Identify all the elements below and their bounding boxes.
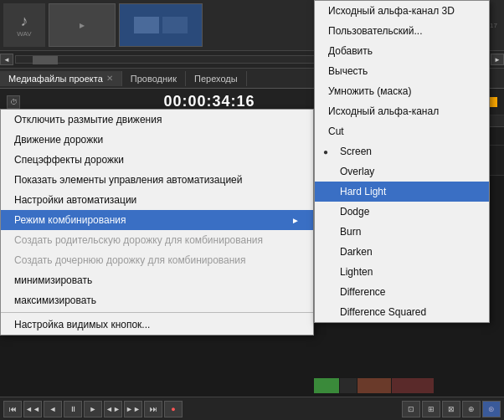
btn-snap[interactable]: ⊡ [402, 401, 420, 417]
btn-rewind[interactable]: ◄ [44, 401, 62, 417]
submenu-item-overlay[interactable]: Overlay [315, 161, 489, 182]
btn-zoom-out[interactable]: ⊠ [442, 401, 460, 417]
scroll-right-btn[interactable]: ► [491, 54, 504, 65]
tab-close-icon[interactable]: ✕ [106, 74, 113, 83]
submenu-item-cut[interactable]: Cut [315, 121, 489, 141]
btn-pause[interactable]: ⏸ [64, 401, 82, 417]
bottom-strip-area [0, 378, 504, 395]
submenu-item-custom[interactable]: Пользовательский... [315, 21, 489, 41]
strip-brown [357, 378, 391, 393]
scroll-left-btn[interactable]: ◄ [0, 54, 13, 65]
btn-play-loop[interactable]: ◄► [104, 401, 122, 417]
menu-item-track-effects[interactable]: Спецэффекты дорожки [1, 150, 313, 170]
submenu-item-difference-squared[interactable]: Difference Squared [315, 302, 489, 322]
submenu-item-source-alpha[interactable]: Исходный альфа-канал [315, 101, 489, 121]
submenu-item-add[interactable]: Добавить [315, 41, 489, 61]
btn-go-start[interactable]: ⏮ [3, 401, 22, 417]
submenu-arrow: ► [291, 216, 300, 225]
submenu-item-lighten[interactable]: Lighten [315, 262, 489, 282]
menu-item-create-parent[interactable]: Создать родительскую дорожку для комбини… [1, 230, 313, 250]
video-thumbnail-1: ▶ [49, 3, 116, 47]
menu-item-minimize[interactable]: минимизировать [1, 270, 313, 290]
context-menu-left: Отключить размытие движения Движение дор… [0, 109, 314, 335]
strip-dark [340, 378, 357, 393]
btn-go-end[interactable]: ⏭ [144, 401, 162, 417]
timecode-icon[interactable]: ⏱ [7, 95, 20, 109]
btn-ffwd[interactable]: ►► [124, 401, 142, 417]
btn-play[interactable]: ► [84, 401, 102, 417]
menu-item-create-child[interactable]: Создать дочернюю дорожку для комбинирова… [1, 250, 313, 270]
submenu-item-screen[interactable]: Screen [315, 141, 489, 161]
wav-thumbnail: ♪ WAV [3, 3, 45, 47]
menu-item-button-settings[interactable]: Настройка видимых кнопок... [1, 315, 313, 335]
menu-item-disable-blur[interactable]: Отключить размытие движения [1, 110, 313, 130]
video-thumbnail-2 [119, 3, 203, 47]
submenu-item-hard-light[interactable]: Hard Light [315, 182, 489, 202]
menu-item-maximize[interactable]: максимизировать [1, 290, 313, 310]
menu-item-track-motion[interactable]: Движение дорожки [1, 130, 313, 150]
submenu-item-burn[interactable]: Burn [315, 222, 489, 242]
bottom-toolbar: ⏮ ◄◄ ◄ ⏸ ► ◄► ►► ⏭ ● ⊡ ⊞ ⊠ ⊕ ⊛ [0, 397, 504, 420]
btn-record[interactable]: ● [164, 401, 183, 417]
submenu-item-multiply[interactable]: Умножить (маска) [315, 81, 489, 101]
submenu-item-darken[interactable]: Darken [315, 242, 489, 262]
strip-green [314, 378, 339, 393]
btn-zoom-fit[interactable]: ⊞ [422, 401, 440, 417]
submenu-item-source-alpha-3d[interactable]: Исходный альфа-канал 3D [315, 1, 489, 21]
tab-explorer[interactable]: Проводник [122, 71, 186, 86]
submenu-item-dodge[interactable]: Dodge [315, 202, 489, 222]
submenu-item-subtract[interactable]: Вычесть [315, 61, 489, 81]
btn-special[interactable]: ⊛ [482, 401, 501, 417]
tab-transitions[interactable]: Переходы [186, 71, 247, 86]
btn-rewind-fast[interactable]: ◄◄ [23, 401, 42, 417]
menu-item-blend-mode[interactable]: Режим комбинирования ► [1, 210, 313, 230]
strip-darkred [392, 378, 434, 393]
context-menu-right: Исходный альфа-канал 3D Пользовательский… [314, 0, 490, 323]
menu-item-show-automation[interactable]: Показать элементы управления автоматизац… [1, 170, 313, 190]
btn-zoom-in[interactable]: ⊕ [462, 401, 481, 417]
tab-media-files[interactable]: Медиафайлы проекта ✕ [0, 71, 122, 86]
menu-item-automation-settings[interactable]: Настройки автоматизации [1, 190, 313, 210]
menu-separator [1, 312, 313, 313]
submenu-item-difference[interactable]: Difference [315, 282, 489, 302]
